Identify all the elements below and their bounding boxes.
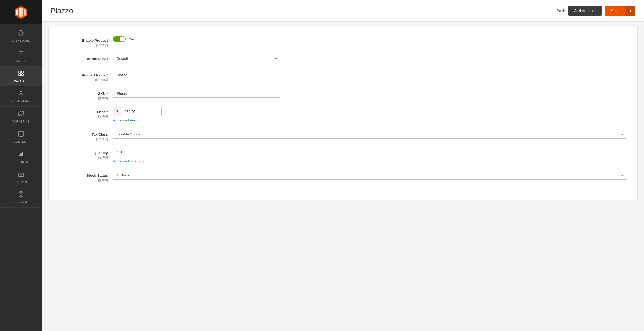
stock-status-label-group: Stock Status [global] (59, 171, 113, 182)
price-currency: ₹ (113, 107, 121, 116)
sku-label-group: SKU [global] (59, 89, 113, 100)
sidebar-item-customers[interactable]: CUSTOMERS (0, 86, 42, 107)
sidebar-item-catalog[interactable]: CATALOG (0, 66, 42, 86)
svg-rect-8 (19, 74, 21, 76)
quantity-row: Quantity [global] Advanced Inventory (59, 148, 626, 163)
svg-rect-13 (20, 153, 22, 156)
sidebar-item-reports-label: REPORTS (14, 160, 28, 164)
header-actions: ← Back Add Attribute Save ▼ (551, 6, 635, 16)
sidebar-item-stores-label: STORES (15, 180, 27, 184)
sku-label: SKU (98, 92, 108, 96)
back-button[interactable]: ← Back (551, 9, 565, 13)
enable-product-row: Enable Product [website] Yes (59, 36, 626, 47)
product-name-control (113, 71, 626, 79)
sidebar-item-dashboard-label: DASHBOARD (11, 39, 30, 43)
stock-status-sublabel: [global] (59, 178, 108, 182)
attribute-set-label: Attribute Set (87, 57, 108, 61)
sidebar-item-dashboard[interactable]: DASHBOARD (0, 26, 42, 46)
attribute-set-row: Attribute Set Default Top Bottom Footwea… (59, 54, 626, 63)
stores-icon (18, 171, 24, 179)
sidebar-item-customers-label: CUSTOMERS (11, 100, 30, 103)
sales-icon (18, 50, 24, 58)
page-header: Plazzo ← Back Add Attribute Save ▼ (42, 0, 644, 22)
enable-product-value-label: Yes (129, 37, 135, 41)
sidebar-item-content[interactable]: CONTENT (0, 127, 42, 147)
sidebar-item-stores[interactable]: STORES (0, 167, 42, 187)
reports-icon (18, 151, 24, 159)
save-button-group: Save ▼ (605, 6, 635, 16)
attribute-set-select[interactable]: Default Top Bottom Footwear (113, 54, 280, 63)
back-arrow-icon: ← (551, 9, 555, 13)
quantity-label: Quantity (94, 151, 108, 155)
stock-status-control: In Stock Out of Stock (113, 171, 626, 180)
svg-rect-9 (21, 74, 23, 76)
sidebar-item-content-label: CONTENT (14, 140, 28, 144)
content-icon (18, 131, 24, 139)
content-area: Enable Product [website] Yes Attribute S… (42, 22, 644, 331)
tax-class-label-group: Tax Class [website] (59, 130, 113, 141)
svg-point-4 (20, 33, 21, 33)
price-row: Price [global] ₹ Advanced Pricing (59, 107, 626, 122)
price-input[interactable] (121, 107, 154, 116)
stock-status-row: Stock Status [global] In Stock Out of St… (59, 171, 626, 182)
system-icon (18, 191, 24, 199)
enable-product-sublabel: [website] (59, 43, 108, 47)
enable-product-label-group: Enable Product [website] (59, 36, 113, 47)
svg-rect-7 (21, 71, 23, 73)
sku-control (113, 89, 626, 98)
stock-status-select[interactable]: In Stock Out of Stock (113, 171, 626, 180)
price-control: ₹ Advanced Pricing (113, 107, 626, 122)
sidebar-item-marketing-label: MARKETING (12, 120, 30, 123)
sku-sublabel: [global] (59, 96, 108, 100)
tax-class-select[interactable]: None Taxable Goods (113, 130, 626, 139)
enable-product-label: Enable Product (82, 39, 108, 43)
toggle-row: Yes (113, 36, 626, 42)
tax-class-label: Tax Class (92, 133, 108, 137)
price-input-group: ₹ (113, 107, 162, 116)
product-name-input[interactable] (113, 71, 280, 79)
sidebar-item-sales[interactable]: SALES (0, 46, 42, 66)
sidebar-item-system[interactable]: SYSTEM (0, 187, 42, 208)
product-name-label: Product Name (82, 73, 108, 77)
advanced-inventory-link[interactable]: Advanced Inventory (113, 159, 626, 163)
tax-class-row: Tax Class [website] None Taxable Goods (59, 130, 626, 141)
svg-point-10 (20, 91, 22, 93)
attribute-set-label-group: Attribute Set (59, 54, 113, 61)
quantity-control: Advanced Inventory (113, 148, 626, 163)
product-name-row: Product Name [store view] (59, 71, 626, 81)
logo (0, 0, 42, 24)
svg-rect-6 (19, 71, 21, 73)
stock-status-label: Stock Status (87, 173, 108, 177)
sidebar-item-sales-label: SALES (16, 59, 26, 63)
sidebar-item-reports[interactable]: REPORTS (0, 147, 42, 167)
save-button[interactable]: Save (605, 6, 625, 16)
add-attribute-button[interactable]: Add Attribute (568, 6, 602, 16)
sku-row: SKU [global] (59, 89, 626, 100)
price-sublabel: [global] (59, 115, 108, 118)
product-form-card: Enable Product [website] Yes Attribute S… (48, 27, 638, 200)
product-name-label-group: Product Name [store view] (59, 71, 113, 81)
svg-rect-15 (20, 175, 22, 177)
product-name-sublabel: [store view] (59, 78, 108, 81)
catalog-icon (18, 70, 24, 78)
chevron-down-icon: ▼ (629, 9, 632, 13)
svg-rect-12 (19, 155, 20, 156)
quantity-label-group: Quantity [global] (59, 148, 113, 159)
marketing-icon (18, 110, 24, 119)
sidebar-item-catalog-label: CATALOG (14, 79, 28, 83)
svg-rect-14 (22, 152, 23, 156)
sidebar: DASHBOARD SALES CATALOG (0, 0, 42, 331)
tax-class-sublabel: [website] (59, 137, 108, 141)
customers-icon (18, 90, 24, 98)
quantity-sublabel: [global] (59, 156, 108, 159)
dashboard-icon (18, 30, 24, 38)
attribute-set-control: Default Top Bottom Footwear (113, 54, 626, 63)
save-dropdown-button[interactable]: ▼ (625, 6, 635, 16)
sidebar-item-marketing[interactable]: MARKETING (0, 107, 42, 127)
advanced-pricing-link[interactable]: Advanced Pricing (113, 118, 626, 122)
price-label-group: Price [global] (59, 107, 113, 118)
enable-product-toggle[interactable] (113, 36, 126, 42)
page-title: Plazzo (50, 6, 73, 15)
quantity-input[interactable] (113, 148, 156, 157)
sku-input[interactable] (113, 89, 280, 98)
